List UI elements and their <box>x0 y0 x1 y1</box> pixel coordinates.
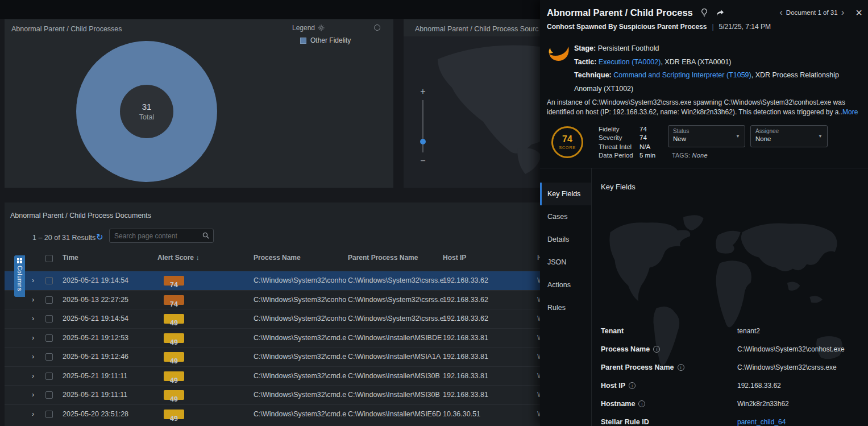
field-value: C:\Windows\System32\csrss.exe <box>737 363 837 371</box>
status-dropdown[interactable]: Status New ▼ <box>668 125 745 147</box>
cell-host-ip: 10.36.30.51 <box>443 405 480 424</box>
tab-json[interactable]: JSON <box>540 251 591 274</box>
row-expand-icon[interactable]: › <box>32 329 34 348</box>
zoom-slider-knob[interactable] <box>420 139 426 144</box>
chevron-down-icon[interactable]: ▼ <box>818 134 823 139</box>
cell-time: 2025-05-13 22:27:25 <box>63 291 128 310</box>
detail-tabs: Key Fields Cases Details JSON Actions Ru… <box>540 168 591 426</box>
close-icon[interactable]: × <box>855 6 862 19</box>
row-expand-icon[interactable]: › <box>32 291 34 310</box>
column-header-parent-process-name[interactable]: Parent Process Name <box>348 254 418 262</box>
column-header-process-name[interactable]: Process Name <box>254 254 301 262</box>
select-all-checkbox[interactable] <box>45 255 53 262</box>
tab-key-fields[interactable]: Key Fields <box>540 183 591 205</box>
donut-chart-panel: Abnormal Parent / Child Processes Legend <box>5 19 393 188</box>
row-expand-icon[interactable]: › <box>32 405 34 424</box>
gear-icon[interactable] <box>318 24 325 31</box>
column-header-time[interactable]: Time <box>63 254 78 262</box>
column-header-alert-score[interactable]: Alert Score ↓ <box>157 254 199 262</box>
cell-parent-process-name: C:\Windows\Installer\MSI30B <box>348 386 440 405</box>
donut-hole <box>120 85 173 138</box>
row-checkbox[interactable] <box>45 334 53 342</box>
alert-score-badge: 49 <box>164 333 184 343</box>
row-checkbox[interactable] <box>45 315 53 322</box>
cell-host-ip: 192.168.33.81 <box>443 348 488 367</box>
info-icon[interactable]: i <box>629 382 636 389</box>
alert-score-badge: 49 <box>164 371 184 381</box>
alert-score-badge: 49 <box>164 390 184 400</box>
cell-time: 2025-05-20 23:51:28 <box>63 405 128 424</box>
panel-options-icon[interactable] <box>374 24 380 31</box>
column-header-host-ip[interactable]: Host IP <box>443 254 466 262</box>
panel-title: Abnormal Parent / Child Process Sourc <box>415 25 538 33</box>
row-checkbox[interactable] <box>45 411 53 418</box>
info-icon[interactable]: i <box>638 400 645 407</box>
zoom-out-button[interactable]: − <box>417 156 429 166</box>
row-expand-icon[interactable]: › <box>32 348 34 367</box>
field-value-link[interactable]: parent_child_64 <box>737 418 786 426</box>
cell-process-name: C:\Windows\System32\cmd.e <box>254 386 346 405</box>
cell-parent-process-name: C:\Windows\Installer\MSIA1A <box>348 348 441 367</box>
cell-time: 2025-05-21 19:14:54 <box>63 271 128 291</box>
assignee-dropdown[interactable]: Assignee None ▼ <box>750 125 828 147</box>
row-expand-icon[interactable]: › <box>32 367 34 386</box>
previous-document-icon[interactable]: ‹ <box>776 7 786 18</box>
row-expand-icon[interactable]: › <box>32 386 34 405</box>
tab-details[interactable]: Details <box>540 228 591 251</box>
alert-score-badge: 49 <box>164 410 184 419</box>
cell-parent-process-name: C:\Windows\Installer\MSIBDE <box>348 329 442 348</box>
info-icon[interactable]: i <box>653 346 660 353</box>
info-icon[interactable]: i <box>678 364 684 371</box>
score-value: 74 <box>562 135 572 144</box>
row-expand-icon[interactable]: › <box>32 271 34 291</box>
tactic-link[interactable]: Execution (TA0002) <box>599 58 661 66</box>
alert-description: An instance of C:\Windows\System32\csrss… <box>547 98 862 117</box>
tags-row: TAGS: None <box>672 152 708 159</box>
technique-link[interactable]: Command and Scripting Interpreter (T1059… <box>613 71 751 79</box>
next-document-icon[interactable]: › <box>838 7 848 18</box>
columns-button[interactable]: Columns <box>14 255 25 297</box>
cell-host-ip: 192.168.33.81 <box>443 367 488 386</box>
detail-header: Abnormal Parent / Child Process ‹ Docume… <box>547 5 862 20</box>
key-field-row: Stellar Rule ID parent_child_64 <box>601 413 863 426</box>
row-checkbox[interactable] <box>45 373 53 380</box>
field-value: tenant2 <box>737 327 760 335</box>
results-summary: 1 – 20 of 31 Results <box>32 234 95 242</box>
search-input[interactable] <box>109 229 214 243</box>
search-box <box>109 229 214 243</box>
chevron-down-icon[interactable]: ▼ <box>736 134 740 139</box>
detail-subheader: Conhost Spawned By Suspicious Parent Pro… <box>547 23 771 31</box>
share-icon[interactable] <box>716 9 725 17</box>
row-checkbox[interactable] <box>45 391 53 399</box>
search-icon[interactable] <box>202 231 210 239</box>
zoom-slider[interactable] <box>422 100 423 152</box>
key-field-row: Process Namei C:\Windows\System32\conhos… <box>601 340 863 358</box>
legend-item-label: Other Fidelity <box>310 36 351 44</box>
score-label: SCORE <box>559 145 576 150</box>
chart-legend: Legend Other Fidelity <box>292 24 351 44</box>
cell-time: 2025-05-21 19:11:11 <box>63 386 127 405</box>
lightbulb-icon[interactable] <box>700 8 709 17</box>
row-checkbox[interactable] <box>45 277 53 284</box>
legend-item-other-fidelity[interactable]: Other Fidelity <box>300 36 351 44</box>
tactic-line: Tactic: Execution (TA0002), XDR EBA (XTA… <box>574 56 865 69</box>
cell-time: 2025-05-21 19:12:46 <box>63 348 128 367</box>
refresh-icon[interactable]: ↻ <box>96 232 103 242</box>
more-link[interactable]: More <box>842 108 858 116</box>
tab-cases[interactable]: Cases <box>540 205 591 228</box>
top-strip <box>0 0 540 19</box>
sort-desc-icon[interactable]: ↓ <box>196 254 199 262</box>
cell-parent-process-name: C:\Windows\System32\csrss.e <box>348 291 444 310</box>
donut-chart[interactable]: 31 Total <box>72 36 222 187</box>
donut-total-label: Total <box>139 113 154 121</box>
key-field-row: Hostnamei Win2k8r2n33h62 <box>601 395 863 413</box>
tab-rules[interactable]: Rules <box>540 296 591 319</box>
row-checkbox[interactable] <box>45 296 53 304</box>
columns-button-label: Columns <box>16 266 23 291</box>
zoom-in-button[interactable]: + <box>417 86 429 97</box>
cell-process-name: C:\Windows\System32\cmd.e <box>254 348 346 367</box>
documents-title: Abnormal Parent / Child Process Document… <box>10 212 151 220</box>
tab-actions[interactable]: Actions <box>540 274 591 296</box>
row-checkbox[interactable] <box>45 353 53 361</box>
row-expand-icon[interactable]: › <box>32 309 34 329</box>
